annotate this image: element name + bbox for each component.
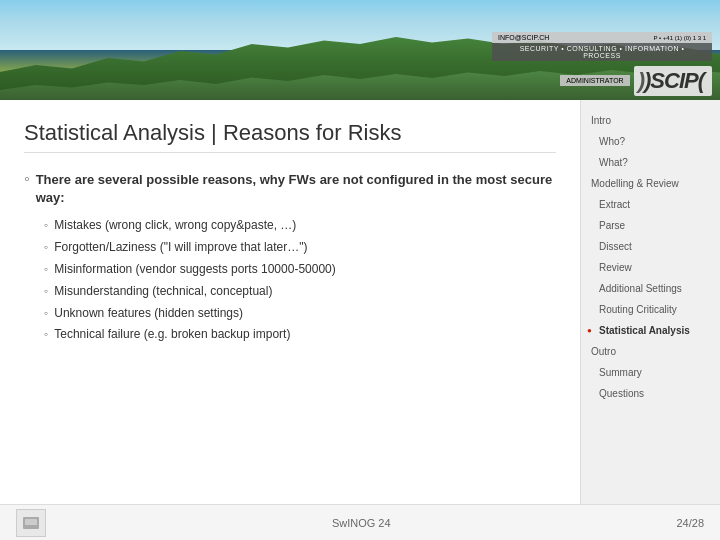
contact-extra: P • +41 (1) (0) 1 3 1 bbox=[653, 35, 706, 41]
list-item: ◦ Misinformation (vendor suggests ports … bbox=[44, 261, 556, 278]
logo-bar: INFO@SCIP.CH P • +41 (1) (0) 1 3 1 SECUR… bbox=[440, 0, 720, 100]
sub-bullets-list: ◦ Mistakes (wrong click, wrong copy&past… bbox=[44, 217, 556, 343]
main-bullet-dot: ◦ bbox=[24, 170, 30, 188]
contact-bar: INFO@SCIP.CH P • +41 (1) (0) 1 3 1 bbox=[492, 32, 712, 43]
sidebar-item-routing-criticality[interactable]: Routing Criticality bbox=[581, 299, 720, 320]
sidebar-item-summary[interactable]: Summary bbox=[581, 362, 720, 383]
contact-email: INFO@SCIP.CH bbox=[498, 34, 549, 41]
sub-bullet-dot: ◦ bbox=[44, 218, 48, 232]
sub-bullet-text: Misunderstanding (technical, conceptual) bbox=[54, 283, 272, 300]
sidebar-item-dissect[interactable]: Dissect bbox=[581, 236, 720, 257]
sub-bullet-dot: ◦ bbox=[44, 262, 48, 276]
svg-rect-1 bbox=[25, 519, 37, 525]
list-item: ◦ Technical failure (e.g. broken backup … bbox=[44, 326, 556, 343]
sub-bullet-dot: ◦ bbox=[44, 306, 48, 320]
main-bullet: ◦ There are several possible reasons, wh… bbox=[24, 171, 556, 207]
sidebar-item-modelling-&-review[interactable]: Modelling & Review bbox=[581, 173, 720, 194]
footer-conference: SwINOG 24 bbox=[332, 517, 391, 529]
sidebar-item-who?[interactable]: Who? bbox=[581, 131, 720, 152]
sidebar-item-parse[interactable]: Parse bbox=[581, 215, 720, 236]
sub-bullet-dot: ◦ bbox=[44, 240, 48, 254]
footer: SwINOG 24 24/28 bbox=[0, 504, 720, 540]
slide-title: Statistical Analysis | Reasons for Risks bbox=[24, 120, 556, 153]
footer-page: 24/28 bbox=[676, 517, 704, 529]
sidebar-item-extract[interactable]: Extract bbox=[581, 194, 720, 215]
slide-body: Statistical Analysis | Reasons for Risks… bbox=[0, 100, 580, 540]
sub-bullet-text: Unknown features (hidden settings) bbox=[54, 305, 243, 322]
sidebar-item-what?[interactable]: What? bbox=[581, 152, 720, 173]
admin-label: ADMINISTRATOR bbox=[560, 75, 629, 86]
sub-bullet-text: Technical failure (e.g. broken backup im… bbox=[54, 326, 290, 343]
sub-bullet-text: Forgotten/Laziness ("I will improve that… bbox=[54, 239, 307, 256]
sidebar-item-outro[interactable]: Outro bbox=[581, 341, 720, 362]
sub-bullet-dot: ◦ bbox=[44, 327, 48, 341]
sub-bullet-text: Mistakes (wrong click, wrong copy&paste,… bbox=[54, 217, 296, 234]
nav-links: SECURITY • CONSULTING • INFORMATION • PR… bbox=[492, 43, 712, 61]
sidebar-item-review[interactable]: Review bbox=[581, 257, 720, 278]
list-item: ◦ Forgotten/Laziness ("I will improve th… bbox=[44, 239, 556, 256]
sidebar-item-questions[interactable]: Questions bbox=[581, 383, 720, 404]
main-bullet-text: There are several possible reasons, why … bbox=[36, 171, 556, 207]
header-banner: INFO@SCIP.CH P • +41 (1) (0) 1 3 1 SECUR… bbox=[0, 0, 720, 100]
sidebar-item-intro[interactable]: Intro bbox=[581, 110, 720, 131]
scip-logo: ))SCIP( bbox=[634, 66, 712, 96]
sub-bullet-text: Misinformation (vendor suggests ports 10… bbox=[54, 261, 335, 278]
main-content: Statistical Analysis | Reasons for Risks… bbox=[0, 100, 720, 540]
sub-bullet-dot: ◦ bbox=[44, 284, 48, 298]
list-item: ◦ Misunderstanding (technical, conceptua… bbox=[44, 283, 556, 300]
list-item: ◦ Unknown features (hidden settings) bbox=[44, 305, 556, 322]
sidebar-item-additional-settings[interactable]: Additional Settings bbox=[581, 278, 720, 299]
svg-rect-2 bbox=[29, 527, 33, 529]
footer-logo-icon bbox=[16, 509, 46, 537]
sidebar: IntroWho?What?Modelling & ReviewExtractP… bbox=[580, 100, 720, 540]
list-item: ◦ Mistakes (wrong click, wrong copy&past… bbox=[44, 217, 556, 234]
sidebar-item-statistical-analysis[interactable]: Statistical Analysis bbox=[581, 320, 720, 341]
